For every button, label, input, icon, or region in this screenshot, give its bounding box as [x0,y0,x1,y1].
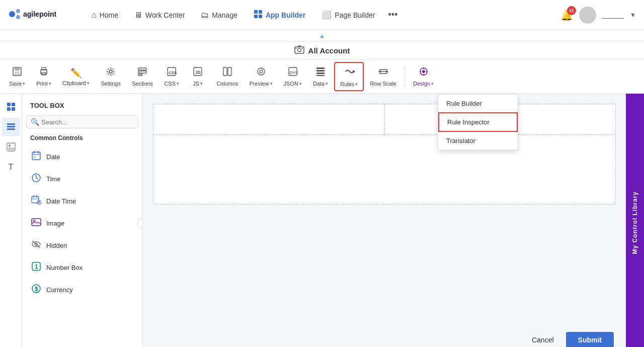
save-icon [12,66,22,79]
print-button[interactable]: Print ▾ [31,63,56,90]
logo: agilepoint [8,6,68,24]
time-tool[interactable]: Time [26,170,138,188]
collapse-bar[interactable]: ▲ [0,30,644,41]
svg-rect-13 [15,72,19,75]
preview-label: Preview [250,81,269,87]
more-button[interactable]: ••• [384,8,401,22]
my-control-library-panel[interactable]: My Control Library [626,94,644,347]
submit-button[interactable]: Submit [566,332,614,347]
json-icon: {json} [288,66,298,79]
svg-point-27 [258,68,265,75]
nav-app-builder-label: App Builder [266,11,305,19]
css-label: CSS [164,81,176,87]
design-button[interactable]: Design ▾ [408,63,439,90]
svg-rect-5 [259,10,262,14]
nav-app-builder[interactable]: App Builder [247,6,312,25]
svg-point-17 [109,70,112,73]
canvas-row [153,104,615,135]
nav-work-center[interactable]: 🖥 Work Center [127,7,192,24]
cancel-button[interactable]: Cancel [526,333,560,347]
notification-button[interactable]: 🔔 31 [560,9,573,21]
image-icon [30,217,42,229]
toolbox-panel: TOOL BOX 🔍 Common Controls Date Time Dat… [22,94,143,347]
css-button[interactable]: CSS CSS ▾ [159,63,184,90]
js-icon: JS [193,66,203,79]
row-scale-icon [378,66,388,79]
css-caret-icon: ▾ [177,81,179,86]
translator-item[interactable]: Translator [438,132,518,150]
design-caret-icon: ▾ [431,81,434,86]
home-icon: ⌂ [92,11,97,20]
save-button[interactable]: Save ▾ [4,63,30,90]
svg-rect-51 [7,126,15,127]
text-panel-button[interactable]: T [2,158,20,176]
data-icon [315,66,326,79]
sections-button[interactable]: Sections [127,63,158,90]
row-scale-label: Row Scale [370,81,396,87]
account-bar: All Account [0,41,644,60]
datetime-tool[interactable]: Date Time [26,192,138,210]
svg-point-42 [423,68,424,69]
preview-button[interactable]: Preview ▾ [245,63,278,90]
clipboard-button[interactable]: ✏️ Clipboard ▾ [57,64,95,89]
print-caret-icon: ▾ [49,81,51,86]
list-view-button[interactable] [2,118,20,136]
svg-text:agilepoint: agilepoint [23,10,56,18]
data-button[interactable]: Data ▾ [308,63,333,90]
rule-inspector-item[interactable]: Rule Inspector [438,112,518,132]
nav-page-builder[interactable]: ⬜ Page Builder [314,6,382,24]
hidden-tool[interactable]: Hidden [26,236,138,254]
svg-text:1: 1 [35,263,38,270]
image-tool[interactable]: Image [26,214,138,232]
svg-rect-31 [316,67,325,69]
preview-icon [256,66,266,79]
date-tool[interactable]: Date [26,148,138,166]
grid-view-button[interactable] [2,98,20,116]
svg-rect-7 [259,15,262,18]
number-box-tool[interactable]: 1 Number Box [26,258,138,276]
rules-button[interactable]: Rules ▾ [334,62,364,91]
svg-point-41 [422,70,425,73]
svg-rect-48 [7,107,11,111]
canvas-cell-1[interactable] [153,104,385,134]
svg-rect-34 [316,75,325,76]
svg-rect-26 [228,67,231,76]
print-icon [39,66,49,79]
svg-point-9 [297,48,301,52]
datetime-icon [30,195,42,207]
search-box: 🔍 [26,115,138,128]
nav-manage[interactable]: 🗂 Manage [194,7,245,24]
design-label: Design [413,81,430,87]
rule-builder-item[interactable]: Rule Builder [438,95,518,112]
rules-caret-icon: ▾ [355,82,358,87]
preview-caret-icon: ▾ [270,81,273,86]
nav-home[interactable]: ⌂ Home [85,7,125,24]
nav-home-label: Home [100,11,118,19]
footer-bar: Cancel Submit [143,328,626,347]
image-panel-button[interactable] [2,138,20,156]
svg-text:{json}: {json} [289,71,298,75]
svg-text:$: $ [35,286,38,293]
currency-tool[interactable]: $ Currency [26,281,138,299]
svg-rect-6 [254,15,258,18]
json-button[interactable]: {json} JSON ▾ [279,63,307,90]
canvas-area: Cancel Submit [143,94,626,347]
number-box-label: Number Box [46,264,83,271]
top-navigation: agilepoint ⌂ Home 🖥 Work Center 🗂 Manage [0,0,644,30]
svg-point-0 [9,11,15,17]
js-button[interactable]: JS JS ▾ [185,63,210,90]
row-scale-button[interactable]: Row Scale [365,63,401,90]
page-builder-icon: ⬜ [321,10,332,20]
search-input[interactable] [41,118,134,126]
svg-rect-33 [316,73,325,74]
css-icon: CSS [167,66,177,79]
svg-rect-52 [7,128,15,130]
columns-button[interactable]: Columns [211,63,243,90]
svg-text:JS: JS [195,70,201,75]
settings-label: Settings [101,81,121,87]
settings-button[interactable]: Settings [96,63,126,90]
time-label: Time [46,175,60,183]
svg-point-59 [34,157,35,158]
toolbar-divider [405,66,405,87]
svg-rect-50 [7,123,15,125]
